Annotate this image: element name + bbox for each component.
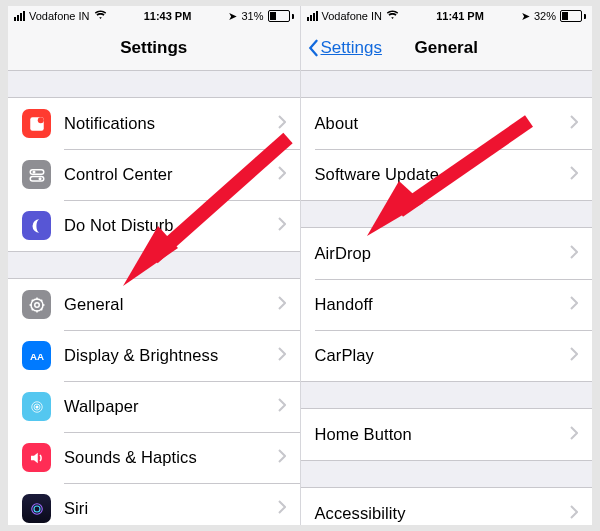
row-general[interactable]: General: [8, 279, 300, 330]
row-label: Display & Brightness: [64, 346, 278, 365]
back-button[interactable]: Settings: [301, 38, 382, 58]
svg-point-12: [31, 503, 42, 514]
moon-icon: [22, 211, 51, 240]
row-label: Sounds & Haptics: [64, 448, 278, 467]
display-icon: AA: [22, 341, 51, 370]
battery-icon: [268, 10, 294, 22]
row-control-center[interactable]: Control Center: [8, 149, 300, 200]
row-label: Handoff: [315, 295, 571, 314]
row-notifications[interactable]: Notifications: [8, 98, 300, 149]
screenshot-general: Vodafone IN 11:41 PM ➤ 32% Settings Gene…: [300, 6, 593, 525]
wifi-icon: [94, 10, 107, 22]
chevron-right-icon: [278, 166, 286, 184]
speaker-icon: [22, 443, 51, 472]
svg-rect-4: [30, 176, 44, 181]
row-display-brightness[interactable]: AA Display & Brightness: [8, 330, 300, 381]
svg-point-7: [34, 302, 39, 307]
wifi-icon: [386, 10, 399, 22]
clock: 11:43 PM: [107, 10, 229, 22]
chevron-right-icon: [570, 505, 578, 523]
svg-point-13: [34, 506, 40, 512]
row-label: Do Not Disturb: [64, 216, 278, 235]
row-label: About: [315, 114, 571, 133]
battery-icon: [560, 10, 586, 22]
row-about[interactable]: About: [301, 98, 593, 149]
chevron-right-icon: [570, 166, 578, 184]
screenshot-settings: Vodafone IN 11:43 PM ➤ 31% Settings: [8, 6, 300, 525]
nav-title: Settings: [8, 38, 300, 58]
chevron-right-icon: [570, 245, 578, 263]
cellular-signal-icon: [14, 11, 25, 21]
row-label: Control Center: [64, 165, 278, 184]
row-label: Accessibility: [315, 504, 571, 523]
chevron-right-icon: [278, 347, 286, 365]
carrier-label: Vodafone IN: [322, 10, 383, 22]
chevron-right-icon: [278, 115, 286, 133]
carrier-label: Vodafone IN: [29, 10, 90, 22]
chevron-right-icon: [570, 296, 578, 314]
clock: 11:41 PM: [399, 10, 521, 22]
row-do-not-disturb[interactable]: Do Not Disturb: [8, 200, 300, 251]
status-bar: Vodafone IN 11:43 PM ➤ 31%: [8, 6, 300, 26]
row-siri[interactable]: Siri: [8, 483, 300, 525]
nav-bar: Settings: [8, 26, 300, 71]
cellular-signal-icon: [307, 11, 318, 21]
chevron-right-icon: [570, 426, 578, 444]
row-label: Home Button: [315, 425, 571, 444]
nav-bar: Settings General: [301, 26, 593, 71]
svg-point-5: [38, 177, 41, 180]
chevron-right-icon: [570, 115, 578, 133]
svg-point-1: [37, 117, 43, 123]
row-label: CarPlay: [315, 346, 571, 365]
location-icon: ➤: [521, 11, 530, 22]
svg-text:AA: AA: [29, 350, 43, 361]
row-wallpaper[interactable]: Wallpaper: [8, 381, 300, 432]
row-home-button[interactable]: Home Button: [301, 409, 593, 460]
svg-point-11: [35, 405, 38, 408]
row-label: Siri: [64, 499, 278, 518]
back-label: Settings: [321, 38, 382, 58]
general-list[interactable]: About Software Update AirDrop Handoff: [301, 71, 593, 525]
battery-percent: 32%: [534, 10, 556, 22]
row-accessibility[interactable]: Accessibility: [301, 488, 593, 525]
chevron-right-icon: [278, 500, 286, 518]
svg-point-3: [32, 170, 35, 173]
settings-list[interactable]: Notifications Control Center Do Not Dist…: [8, 71, 300, 525]
row-label: Wallpaper: [64, 397, 278, 416]
row-carplay[interactable]: CarPlay: [301, 330, 593, 381]
control-center-icon: [22, 160, 51, 189]
row-software-update[interactable]: Software Update: [301, 149, 593, 200]
siri-icon: [22, 494, 51, 523]
row-sounds-haptics[interactable]: Sounds & Haptics: [8, 432, 300, 483]
wallpaper-icon: [22, 392, 51, 421]
chevron-right-icon: [278, 217, 286, 235]
row-label: General: [64, 295, 278, 314]
chevron-right-icon: [278, 449, 286, 467]
svg-rect-2: [30, 169, 44, 174]
notifications-icon: [22, 109, 51, 138]
row-label: AirDrop: [315, 244, 571, 263]
chevron-right-icon: [278, 398, 286, 416]
status-bar: Vodafone IN 11:41 PM ➤ 32%: [301, 6, 593, 26]
chevron-right-icon: [570, 347, 578, 365]
row-airdrop[interactable]: AirDrop: [301, 228, 593, 279]
row-handoff[interactable]: Handoff: [301, 279, 593, 330]
gear-icon: [22, 290, 51, 319]
chevron-left-icon: [307, 39, 319, 57]
location-icon: ➤: [228, 11, 237, 22]
chevron-right-icon: [278, 296, 286, 314]
row-label: Notifications: [64, 114, 278, 133]
battery-percent: 31%: [241, 10, 263, 22]
row-label: Software Update: [315, 165, 571, 184]
